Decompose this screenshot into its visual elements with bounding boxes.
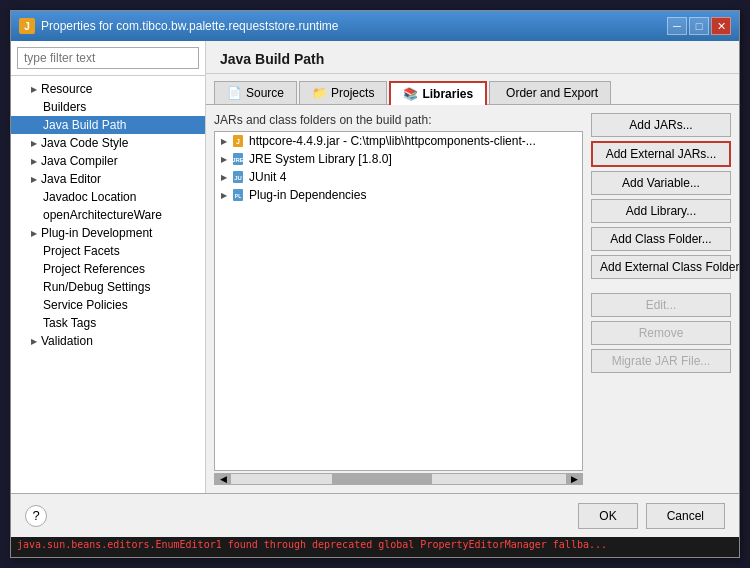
ok-button[interactable]: OK: [578, 503, 637, 529]
jar-item-label: JRE System Library [1.8.0]: [249, 152, 392, 166]
sidebar-item-label: Project Facets: [43, 244, 120, 258]
expand-icon: ▶: [31, 337, 37, 346]
panel-content: JARs and class folders on the build path…: [206, 105, 739, 493]
expand-icon: ▶: [31, 175, 37, 184]
help-button[interactable]: ?: [25, 505, 47, 527]
sidebar-item-label: Javadoc Location: [43, 190, 136, 204]
sidebar: ▶ Resource Builders Java Build Path ▶ Ja…: [11, 41, 206, 493]
scrollbar-thumb[interactable]: [332, 474, 433, 484]
expand-triangle-icon: ▶: [221, 155, 227, 164]
sidebar-item-oaw[interactable]: openArchitectureWare: [11, 206, 205, 224]
add-external-class-folder-button[interactable]: Add External Class Folder...: [591, 255, 731, 279]
source-tab-icon: 📄: [227, 86, 242, 100]
tabs-row: 📄 Source 📁 Projects 📚 Libraries Order an…: [206, 74, 739, 105]
sidebar-item-label: Builders: [43, 100, 86, 114]
jar-file-icon: J: [231, 134, 245, 148]
library-icon: JRE: [231, 152, 245, 166]
add-library-button[interactable]: Add Library...: [591, 199, 731, 223]
expand-icon: ▶: [31, 229, 37, 238]
tree-view: ▶ Resource Builders Java Build Path ▶ Ja…: [11, 76, 205, 493]
sidebar-item-java-editor[interactable]: ▶ Java Editor: [11, 170, 205, 188]
expand-icon: ▶: [31, 139, 37, 148]
add-variable-button[interactable]: Add Variable...: [591, 171, 731, 195]
jar-item-httpcore[interactable]: ▶ J httpcore-4.4.9.jar - C:\tmp\lib\http…: [215, 132, 582, 150]
jar-list[interactable]: ▶ J httpcore-4.4.9.jar - C:\tmp\lib\http…: [214, 131, 583, 471]
maximize-button[interactable]: □: [689, 17, 709, 35]
cancel-button[interactable]: Cancel: [646, 503, 725, 529]
migrate-jar-button[interactable]: Migrate JAR File...: [591, 349, 731, 373]
sidebar-item-label: Resource: [41, 82, 92, 96]
svg-text:JRE: JRE: [232, 157, 244, 163]
main-window: J Properties for com.tibco.bw.palette.re…: [10, 10, 740, 558]
jar-area: JARs and class folders on the build path…: [214, 113, 583, 485]
jar-item-label: Plug-in Dependencies: [249, 188, 366, 202]
sidebar-item-label: Run/Debug Settings: [43, 280, 150, 294]
sidebar-item-builders[interactable]: Builders: [11, 98, 205, 116]
tab-label: Order and Export: [506, 86, 598, 100]
horizontal-scrollbar[interactable]: ◀ ▶: [214, 473, 583, 485]
expand-icon: ▶: [31, 85, 37, 94]
add-jars-button[interactable]: Add JARs...: [591, 113, 731, 137]
sidebar-item-run-debug[interactable]: Run/Debug Settings: [11, 278, 205, 296]
title-bar-left: J Properties for com.tibco.bw.palette.re…: [19, 18, 338, 34]
tab-label: Source: [246, 86, 284, 100]
remove-button[interactable]: Remove: [591, 321, 731, 345]
main-panel: Java Build Path 📄 Source 📁 Projects 📚 Li…: [206, 41, 739, 493]
sidebar-item-validation[interactable]: ▶ Validation: [11, 332, 205, 350]
tab-projects[interactable]: 📁 Projects: [299, 81, 387, 104]
tab-order-export[interactable]: Order and Export: [489, 81, 611, 104]
buttons-column: Add JARs... Add External JARs... Add Var…: [591, 113, 731, 485]
jar-item-junit[interactable]: ▶ JU JUnit 4: [215, 168, 582, 186]
sidebar-item-service-policies[interactable]: Service Policies: [11, 296, 205, 314]
expand-triangle-icon: ▶: [221, 173, 227, 182]
tab-libraries[interactable]: 📚 Libraries: [389, 81, 487, 105]
sidebar-item-javadoc[interactable]: Javadoc Location: [11, 188, 205, 206]
close-button[interactable]: ✕: [711, 17, 731, 35]
bottom-buttons: OK Cancel: [578, 503, 725, 529]
sidebar-item-label: Project References: [43, 262, 145, 276]
sidebar-item-label: Java Code Style: [41, 136, 128, 150]
sidebar-item-label: Java Editor: [41, 172, 101, 186]
svg-text:J: J: [236, 138, 240, 145]
content-area: ▶ Resource Builders Java Build Path ▶ Ja…: [11, 41, 739, 493]
sidebar-item-label: Java Build Path: [43, 118, 126, 132]
sidebar-item-task-tags[interactable]: Task Tags: [11, 314, 205, 332]
jar-item-label: httpcore-4.4.9.jar - C:\tmp\lib\httpcomp…: [249, 134, 536, 148]
filter-box: [11, 41, 205, 76]
sidebar-item-resource[interactable]: ▶ Resource: [11, 80, 205, 98]
title-buttons: ─ □ ✕: [667, 17, 731, 35]
projects-tab-icon: 📁: [312, 86, 327, 100]
help-icon-symbol: ?: [32, 508, 39, 523]
sidebar-item-project-references[interactable]: Project References: [11, 260, 205, 278]
sidebar-item-java-compiler[interactable]: ▶ Java Compiler: [11, 152, 205, 170]
sidebar-item-label: Validation: [41, 334, 93, 348]
junit-icon: JU: [231, 170, 245, 184]
jar-item-jre[interactable]: ▶ JRE JRE System Library [1.8.0]: [215, 150, 582, 168]
sidebar-item-label: Plug-in Development: [41, 226, 152, 240]
filter-input[interactable]: [17, 47, 199, 69]
tab-label: Libraries: [422, 87, 473, 101]
bottom-bar: ? OK Cancel: [11, 493, 739, 537]
window-title: Properties for com.tibco.bw.palette.requ…: [41, 19, 338, 33]
panel-title: Java Build Path: [206, 41, 739, 74]
sidebar-item-plugin-dev[interactable]: ▶ Plug-in Development: [11, 224, 205, 242]
expand-icon: ▶: [31, 157, 37, 166]
jar-item-plugin-deps[interactable]: ▶ PL Plug-in Dependencies: [215, 186, 582, 204]
sidebar-item-label: Service Policies: [43, 298, 128, 312]
edit-button[interactable]: Edit...: [591, 293, 731, 317]
minimize-button[interactable]: ─: [667, 17, 687, 35]
expand-triangle-icon: ▶: [221, 137, 227, 146]
add-class-folder-button[interactable]: Add Class Folder...: [591, 227, 731, 251]
jar-section-label: JARs and class folders on the build path…: [214, 113, 583, 127]
tab-source[interactable]: 📄 Source: [214, 81, 297, 104]
title-bar: J Properties for com.tibco.bw.palette.re…: [11, 11, 739, 41]
sidebar-item-project-facets[interactable]: Project Facets: [11, 242, 205, 260]
jar-item-label: JUnit 4: [249, 170, 286, 184]
scrollbar-track[interactable]: [231, 474, 566, 484]
sidebar-item-java-code-style[interactable]: ▶ Java Code Style: [11, 134, 205, 152]
sidebar-item-label: openArchitectureWare: [43, 208, 162, 222]
sidebar-item-java-build-path[interactable]: Java Build Path: [11, 116, 205, 134]
expand-triangle-icon: ▶: [221, 191, 227, 200]
libraries-tab-icon: 📚: [403, 87, 418, 101]
add-external-jars-button[interactable]: Add External JARs...: [591, 141, 731, 167]
